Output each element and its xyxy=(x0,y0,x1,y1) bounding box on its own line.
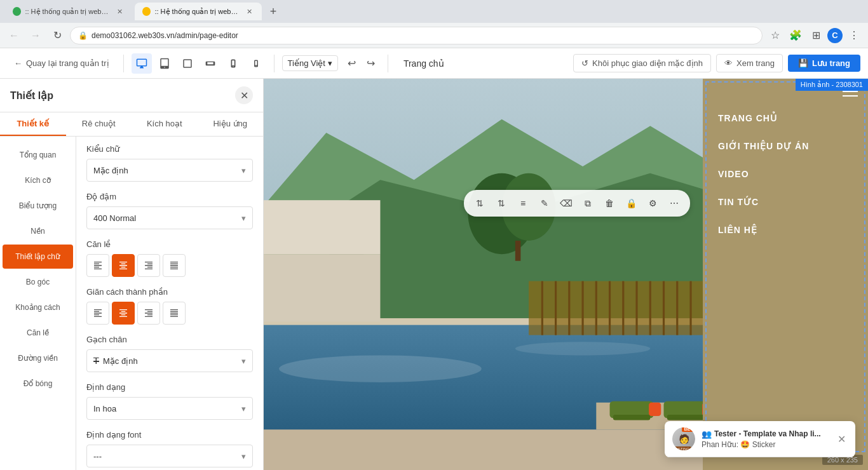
svg-point-10 xyxy=(279,355,482,382)
move-up-button[interactable]: ⇅ xyxy=(470,194,489,213)
menu-item-video[interactable]: VIDEO xyxy=(703,160,868,188)
align-left-button[interactable] xyxy=(86,254,109,277)
view-page-button[interactable]: 👁 Xem trang xyxy=(716,54,783,72)
address-bar: ← → ↻ 🔒 demo031062.web30s.vn/admin/page-… xyxy=(0,23,868,48)
tablet-portrait-button[interactable] xyxy=(177,53,198,74)
svg-rect-26 xyxy=(264,200,380,254)
new-tab-button[interactable]: + xyxy=(264,3,282,20)
tab-close-2[interactable]: ✕ xyxy=(245,6,254,17)
font-weight-select[interactable]: 400 Normal ▾ xyxy=(86,206,253,229)
back-label: Quay lại trang quản trị xyxy=(26,58,109,68)
spacing-group: Giãn cách thành phần xyxy=(86,287,253,325)
lock-icon: 🔒 xyxy=(78,31,88,40)
spacing-right-button[interactable] xyxy=(137,302,160,325)
toolbar-divider-2 xyxy=(274,55,275,72)
delete-button[interactable]: 🗑 xyxy=(600,194,619,213)
nav-thiet-lap-chu[interactable]: Thiết lập chữ xyxy=(3,245,73,269)
nav-can-le[interactable]: Căn lề xyxy=(3,321,73,345)
mobile-landscape-button[interactable] xyxy=(200,53,220,74)
notification-name: Tester - Template va Nhap li... xyxy=(714,429,821,438)
font-style-label: Kiểu chữ xyxy=(86,144,253,154)
align-center-button[interactable] xyxy=(112,254,135,277)
menu-item-trang-chu[interactable]: TRANG CHỦ xyxy=(703,104,868,132)
notification-close-button[interactable]: ✕ xyxy=(835,433,848,445)
main-layout: Thiết lập ✕ Thiết kế Rê chuột Kích hoạt … xyxy=(0,79,868,470)
edit-pencil-button[interactable]: ✎ xyxy=(535,194,554,213)
font-format-select[interactable]: --- ▾ xyxy=(86,445,253,467)
redo-button[interactable]: ↪ xyxy=(362,55,380,72)
forward-nav-button[interactable]: → xyxy=(27,27,44,44)
restore-button[interactable]: ↺ Khôi phục giao diện mặc định xyxy=(573,54,711,72)
refresh-nav-button[interactable]: ↻ xyxy=(48,27,66,44)
panel-close-button[interactable]: ✕ xyxy=(235,86,253,104)
menu-item-lien-he[interactable]: LIÊN HỆ xyxy=(703,216,868,244)
puzzle-icon[interactable]: ⊞ xyxy=(807,27,825,44)
nav-duong-vien[interactable]: Đường viền xyxy=(3,346,73,370)
browser-tab-2[interactable]: :: Hệ thống quản trị website ✕ xyxy=(135,3,262,20)
menu-icon[interactable]: ⋮ xyxy=(845,27,863,44)
filter-button[interactable]: ≡ xyxy=(513,194,532,213)
star-icon[interactable]: ☆ xyxy=(766,27,784,44)
tab-thiet-ke[interactable]: Thiết kế xyxy=(0,112,66,136)
menu-item-gioi-thieu[interactable]: GIỚI THIỆU DỰ ÁN xyxy=(703,132,868,160)
extensions-icon[interactable]: 🧩 xyxy=(787,27,804,44)
menu-item-tin-tuc[interactable]: TIN TỨC xyxy=(703,188,868,216)
format-select[interactable]: In hoa ▾ xyxy=(86,397,253,420)
toolbar-divider-3 xyxy=(388,55,388,72)
font-style-group: Kiểu chữ Mặc định ▾ xyxy=(86,144,253,182)
browser-icons: ☆ 🧩 ⊞ C ⋮ xyxy=(766,27,863,44)
undo-redo-buttons: ↩ ↪ xyxy=(343,55,380,72)
underline-group: Gạch chân T̶ Mặc định ▾ xyxy=(86,335,253,372)
font-style-select[interactable]: Mặc định ▾ xyxy=(86,159,253,182)
spacing-justify-button[interactable] xyxy=(163,302,186,325)
spacing-left-button[interactable] xyxy=(86,302,109,325)
nav-bo-goc[interactable]: Bo góc xyxy=(3,270,73,294)
nav-bieu-tuong[interactable]: Biểu tượng xyxy=(3,194,73,218)
back-to-admin-button[interactable]: ← Quay lại trang quản trị xyxy=(8,55,116,72)
nav-tong-quan[interactable]: Tổng quan xyxy=(3,143,73,167)
tab-favicon-2 xyxy=(142,7,151,16)
profile-icon[interactable]: C xyxy=(827,28,843,43)
spacing-center-button[interactable] xyxy=(112,302,135,325)
align-justify-button[interactable] xyxy=(163,254,186,277)
url-bar[interactable]: 🔒 demo031062.web30s.vn/admin/page-editor xyxy=(70,27,763,44)
menu-items-list: TRANG CHỦ GIỚI THIỆU DỰ ÁN VIDEO TIN TỨC… xyxy=(703,104,868,244)
toolbar-right: ↺ Khôi phục giao diện mặc định 👁 Xem tra… xyxy=(573,54,860,72)
tab-close-1[interactable]: ✕ xyxy=(115,6,125,17)
selected-element-badge: Hình ảnh - 2308301 xyxy=(796,79,868,91)
font-style-arrow-icon: ▾ xyxy=(241,166,246,175)
lang-label: Tiếng Việt xyxy=(288,58,325,68)
panel-header: Thiết lập ✕ xyxy=(0,79,263,112)
more-button[interactable]: ⋯ xyxy=(665,194,684,213)
copy-button[interactable]: ⧉ xyxy=(578,194,597,213)
eraser-button[interactable]: ⌫ xyxy=(557,194,576,213)
tab-kich-hoat[interactable]: Kích hoạt xyxy=(132,112,198,136)
settings-button[interactable]: ⚙ xyxy=(643,194,662,213)
underline-select[interactable]: T̶ Mặc định ▾ xyxy=(86,349,253,372)
nav-do-bong[interactable]: Đổ bóng xyxy=(3,372,73,396)
nav-nen[interactable]: Nền xyxy=(3,219,73,243)
hamburger-line-3 xyxy=(843,95,858,97)
svg-rect-23 xyxy=(515,241,520,261)
language-selector[interactable]: Tiếng Việt ▾ xyxy=(282,55,338,71)
mobile-portrait-button[interactable] xyxy=(223,53,243,74)
desktop-device-button[interactable] xyxy=(132,53,152,74)
tab-re-chuot[interactable]: Rê chuột xyxy=(66,112,132,136)
tab-bar: :: Hệ thống quản trị website ✕ :: Hệ thố… xyxy=(0,0,868,23)
sort-button[interactable]: ⇅ xyxy=(492,194,511,213)
font-weight-label: Độ đậm xyxy=(86,192,253,201)
nav-kich-co[interactable]: Kích cỡ xyxy=(3,168,73,192)
tab-hieu-ung[interactable]: Hiệu ứng xyxy=(198,112,264,136)
back-nav-button[interactable]: ← xyxy=(5,27,23,44)
nav-khoang-cach[interactable]: Khoảng cách xyxy=(3,295,73,319)
browser-tab-1[interactable]: :: Hệ thống quản trị website ✕ xyxy=(5,3,132,20)
save-page-button[interactable]: 💾 Lưu trang xyxy=(788,55,860,72)
panel-tabs: Thiết kế Rê chuột Kích hoạt Hiệu ứng xyxy=(0,112,263,137)
lock-button[interactable]: 🔒 xyxy=(621,194,641,213)
align-right-button[interactable] xyxy=(137,254,160,277)
undo-button[interactable]: ↩ xyxy=(343,55,361,72)
small-mobile-button[interactable] xyxy=(246,53,266,74)
tablet-landscape-button[interactable] xyxy=(154,53,175,74)
sidebar-nav: Tổng quan Kích cỡ Biểu tượng Nền Thiết l… xyxy=(0,137,76,470)
underline-arrow-icon: ▾ xyxy=(241,356,246,366)
